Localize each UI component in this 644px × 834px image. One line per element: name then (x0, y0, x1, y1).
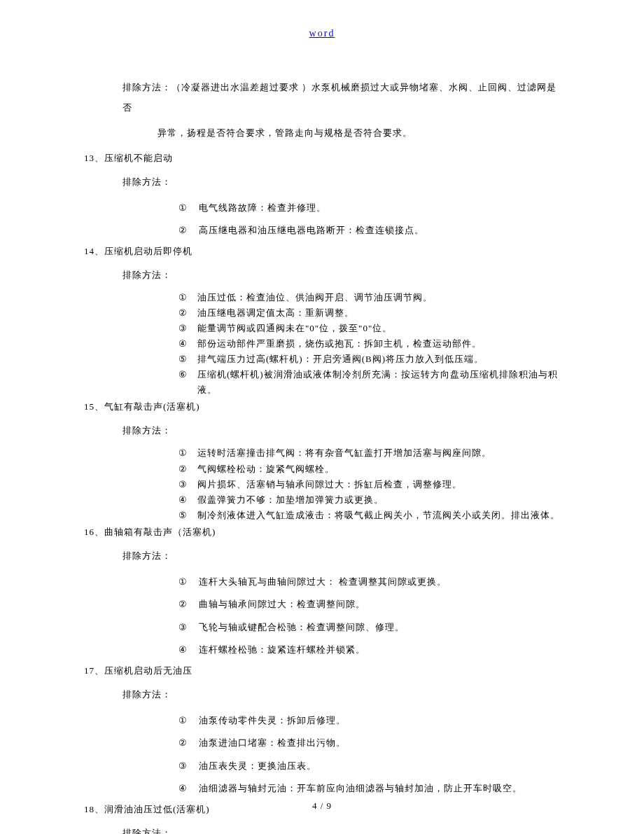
document-content: 排除方法：（冷凝器进出水温差超过要求 ）水泵机械磨损过大或异物堵塞、水阀、止回阀… (0, 78, 644, 834)
list-item: ①电气线路故障：检查并修理。 (178, 197, 560, 220)
section-title-15: 15、气缸有敲击声(活塞机) (84, 398, 560, 416)
list-text: 阀片损坏、活塞销与轴承间隙过大：拆缸后检查，调整修理。 (197, 477, 462, 492)
list-text: 电气线路故障：检查并修理。 (199, 197, 326, 220)
list-text: 油泵传动零件失灵：拆卸后修理。 (199, 709, 346, 732)
list-marker: ⑤ (178, 352, 188, 367)
list-marker: ① (178, 445, 188, 461)
list-marker: ② (178, 461, 188, 477)
section-title-13: 13、压缩机不能启动 (84, 149, 560, 167)
list-item: ②高压继电器和油压继电器电路断开：检查连锁接点。 (178, 219, 560, 242)
list-marker: ④ (178, 336, 188, 352)
list-text: 运转时活塞撞击排气阀：将有杂音气缸盖打开增加活塞与阀座间隙。 (197, 445, 491, 461)
list-marker: ② (178, 219, 188, 242)
list-marker: ③ (178, 755, 188, 778)
list-marker: ⑥ (178, 367, 188, 398)
list-marker: ③ (178, 321, 188, 336)
list-text: 假盖弹簧力不够：加垫增加弹簧力或更换。 (197, 492, 384, 508)
list-text: 制冷剂液体进入气缸造成液击：将吸气截止阀关小，节流阀关小或关闭。排出液体。 (197, 508, 560, 523)
list-item: ④假盖弹簧力不够：加垫增加弹簧力或更换。 (178, 492, 560, 508)
list-text: 排气端压力过高(螺杆机)：开启旁通阀(B阀)将压力放入到低压端。 (197, 352, 484, 367)
list-text: 连杆螺栓松驰：旋紧连杆螺栓并锁紧。 (199, 639, 365, 662)
section-sub-13: 排除方法： (122, 173, 560, 191)
section-title-14: 14、压缩机启动后即停机 (84, 242, 560, 260)
list-item: ⑤排气端压力过高(螺杆机)：开启旁通阀(B阀)将压力放入到低压端。 (178, 352, 560, 367)
list-text: 油压表失灵：更换油压表。 (199, 755, 316, 778)
list-marker: ④ (178, 492, 188, 508)
section-sub-17: 排除方法： (122, 686, 560, 704)
list-item: ④油细滤器与轴封元油：开车前应向油细滤器与轴封加油，防止开车时吸空。 (178, 777, 560, 800)
list-marker: ② (178, 732, 188, 755)
list-text: 压缩机(螺杆机)被润滑油或液体制冷剂所充满：按运转方向盘动压缩机排除积油与积液。 (197, 367, 560, 398)
intro-line-1: 排除方法：（冷凝器进出水温差超过要求 ）水泵机械磨损过大或异物堵塞、水阀、止回阀… (122, 78, 560, 118)
section-list-16: ①连杆大头轴瓦与曲轴间隙过大： 检查调整其间隙或更换。②曲轴与轴承间隙过大：检查… (178, 571, 560, 662)
list-item: ②气阀螺栓松动：旋紧气阀螺栓。 (178, 461, 560, 477)
list-item: ②曲轴与轴承间隙过大：检查调整间隙。 (178, 593, 560, 616)
list-text: 气阀螺栓松动：旋紧气阀螺栓。 (197, 461, 335, 477)
list-item: ①连杆大头轴瓦与曲轴间隙过大： 检查调整其间隙或更换。 (178, 571, 560, 594)
list-item: ③阀片损坏、活塞销与轴承间隙过大：拆缸后检查，调整修理。 (178, 477, 560, 492)
list-item: ⑤制冷剂液体进入气缸造成液击：将吸气截止阀关小，节流阀关小或关闭。排出液体。 (178, 508, 560, 523)
list-text: 油压过低：检查油位、供油阀开启、调节油压调节阀。 (197, 290, 433, 305)
list-item: ⑥压缩机(螺杆机)被润滑油或液体制冷剂所充满：按运转方向盘动压缩机排除积油与积液… (178, 367, 560, 398)
section-list-13: ①电气线路故障：检查并修理。②高压继电器和油压继电器电路断开：检查连锁接点。 (178, 197, 560, 242)
list-marker: ① (178, 709, 188, 732)
list-marker: ② (178, 305, 188, 321)
list-item: ③能量调节阀或四通阀未在"0"位，拨至"0"位。 (178, 321, 560, 336)
intro-line-2: 异常，扬程是否符合要求，管路走向与规格是否符合要求。 (158, 123, 560, 144)
list-item: ②油泵进油口堵塞：检查排出污物。 (178, 732, 560, 755)
list-text: 油细滤器与轴封元油：开车前应向油细滤器与轴封加油，防止开车时吸空。 (199, 777, 522, 800)
list-marker: ② (178, 593, 188, 616)
list-marker: ④ (178, 777, 188, 800)
list-marker: ① (178, 571, 188, 594)
list-text: 连杆大头轴瓦与曲轴间隙过大： 检查调整其间隙或更换。 (199, 571, 447, 594)
list-text: 曲轴与轴承间隙过大：检查调整间隙。 (199, 593, 365, 616)
list-text: 高压继电器和油压继电器电路断开：检查连锁接点。 (199, 219, 424, 242)
section-list-17: ①油泵传动零件失灵：拆卸后修理。②油泵进油口堵塞：检查排出污物。③油压表失灵：更… (178, 709, 560, 800)
list-text: 油压继电器调定值太高：重新调整。 (197, 305, 354, 321)
list-text: 飞轮与轴或键配合松驰：检查调整间隙、修理。 (199, 616, 405, 639)
section-list-15: ①运转时活塞撞击排气阀：将有杂音气缸盖打开增加活塞与阀座间隙。②气阀螺栓松动：旋… (178, 445, 560, 522)
list-item: ③油压表失灵：更换油压表。 (178, 755, 560, 778)
list-marker: ③ (178, 477, 188, 492)
page-footer: 4 / 9 (0, 800, 644, 812)
section-sub-15: 排除方法： (122, 422, 560, 440)
page-header: word (0, 28, 644, 39)
list-marker: ① (178, 197, 188, 220)
list-item: ④连杆螺栓松驰：旋紧连杆螺栓并锁紧。 (178, 639, 560, 662)
list-text: 能量调节阀或四通阀未在"0"位，拨至"0"位。 (197, 321, 392, 336)
section-title-17: 17、压缩机启动后无油压 (84, 662, 560, 680)
list-marker: ④ (178, 639, 188, 662)
section-sub-16: 排除方法： (122, 547, 560, 565)
list-item: ①运转时活塞撞击排气阀：将有杂音气缸盖打开增加活塞与阀座间隙。 (178, 445, 560, 461)
section-sub-18: 排除方法： (122, 824, 560, 834)
list-text: 油泵进油口堵塞：检查排出污物。 (199, 732, 346, 755)
list-item: ①油压过低：检查油位、供油阀开启、调节油压调节阀。 (178, 290, 560, 305)
list-item: ③飞轮与轴或键配合松驰：检查调整间隙、修理。 (178, 616, 560, 639)
list-marker: ① (178, 290, 188, 305)
list-marker: ③ (178, 616, 188, 639)
list-marker: ⑤ (178, 508, 188, 523)
list-item: ②油压继电器调定值太高：重新调整。 (178, 305, 560, 321)
list-text: 部份运动部件严重磨损，烧伤或抱瓦：拆卸主机，检查运动部件。 (197, 336, 482, 352)
section-list-14: ①油压过低：检查油位、供油阀开启、调节油压调节阀。②油压继电器调定值太高：重新调… (178, 290, 560, 398)
section-title-16: 16、曲轴箱有敲击声（活塞机) (84, 523, 560, 541)
list-item: ①油泵传动零件失灵：拆卸后修理。 (178, 709, 560, 732)
list-item: ④部份运动部件严重磨损，烧伤或抱瓦：拆卸主机，检查运动部件。 (178, 336, 560, 352)
section-sub-14: 排除方法： (122, 266, 560, 284)
